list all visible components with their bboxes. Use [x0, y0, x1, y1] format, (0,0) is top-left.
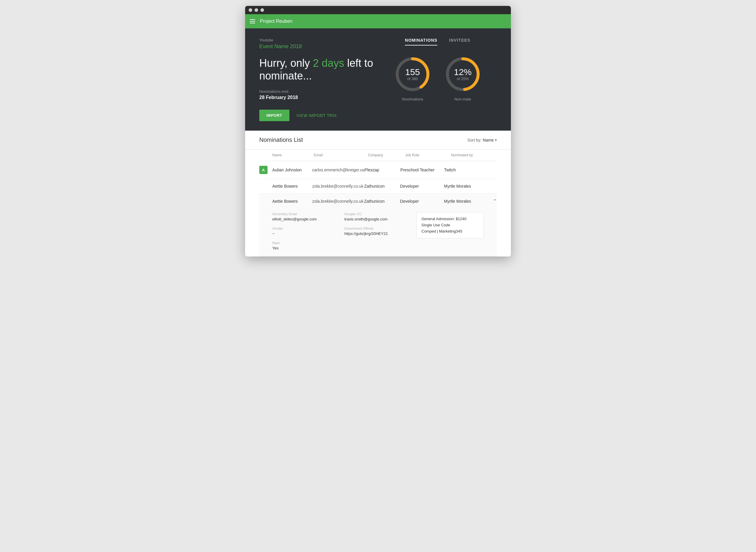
- event-name: Event Name 2018: [259, 43, 379, 50]
- title-bar: [245, 6, 511, 14]
- nav-title: Project Reuben: [260, 19, 293, 24]
- col-nominated-by: Nominated by: [451, 153, 497, 157]
- sort-value: Name: [483, 138, 494, 142]
- ticket-code: Single Use Code: [421, 222, 479, 229]
- list-title: Nominations List: [259, 137, 303, 143]
- col-company: Company: [368, 153, 405, 157]
- hero-left: Youtube Event Name 2018 Hurry, only 2 da…: [259, 38, 379, 121]
- table-row[interactable]: Aettie Bowers zola.brekke@connelly.co.uk…: [259, 179, 497, 193]
- race-field: Race Yes: [272, 241, 340, 250]
- cell-email: carlos.emmerich@kreiger.us: [312, 167, 365, 172]
- cell-company: Zathunicon: [364, 199, 400, 203]
- sort-chevron-icon: ▾: [495, 138, 497, 142]
- table-header: Name Email Company Job Role Nominated by: [272, 149, 497, 161]
- view-import-trix-link[interactable]: VIEW IMPORT TRIX: [297, 113, 337, 118]
- nominations-table: Name Email Company Job Role Nominated by…: [245, 149, 511, 257]
- charts: 155 of 380 Nominations: [393, 55, 482, 101]
- secondary-email-field: Secondary Email elliott_skiles@google.co…: [272, 212, 340, 221]
- col-name: Name: [272, 153, 314, 157]
- row-main: Aettie Bowers zola.brekke@connelly.co.uk…: [259, 193, 497, 209]
- list-section: Nominations List Sort by: Name ▾ Name Em…: [245, 131, 511, 257]
- table-row[interactable]: Aettie Bowers zola.brekke@connelly.co.uk…: [259, 193, 497, 257]
- cell-name: Aettie Bowers: [272, 184, 312, 188]
- nonmale-sub-number: of 25%: [454, 77, 471, 81]
- nominations-sub-number: of 380: [405, 77, 420, 81]
- googler-cc-value: travis.smith@google.com: [344, 217, 412, 221]
- sort-label: Sort by:: [467, 138, 482, 142]
- avatar-cell: A: [259, 166, 272, 174]
- nominations-chart-label: Nominations: [402, 97, 423, 101]
- ticket-promo: Comped | Marketing345: [421, 229, 479, 235]
- import-button[interactable]: IMPORT: [259, 110, 290, 121]
- cell-job-role: Developer: [400, 199, 444, 203]
- nominations-main-number: 155: [405, 68, 420, 77]
- cell-name: Aettie Bowers: [272, 199, 312, 203]
- nav-bar: Project Reuben: [245, 14, 511, 28]
- row-details: Secondary Email elliott_skiles@google.co…: [259, 209, 497, 256]
- cell-email: zola.brekke@connelly.co.uk: [312, 184, 364, 188]
- nonmale-donut: 12% of 25%: [443, 55, 482, 93]
- government-official-field: Government Official: https://guts/jkrg/2…: [344, 227, 412, 236]
- cell-nominated-by: Myrtle Morales: [444, 199, 488, 203]
- traffic-light-maximize[interactable]: [260, 8, 264, 12]
- gender-label: Gender: [272, 227, 340, 230]
- hero-actions: IMPORT VIEW IMPORT TRIX: [259, 110, 379, 121]
- hamburger-menu[interactable]: [250, 19, 255, 23]
- cell-name: Aulian Johnston: [272, 167, 312, 172]
- nonmale-chart-label: Non-male: [454, 97, 471, 101]
- tabs: NOMINATIONS INVITEES: [379, 38, 497, 45]
- cell-job-role: Developer: [400, 184, 444, 188]
- nominations-donut: 155 of 380: [393, 55, 432, 93]
- row-main: Aettie Bowers zola.brekke@connelly.co.uk…: [259, 179, 497, 193]
- googler-cc-label: Googler CC:: [344, 212, 412, 216]
- hero-headline: Hurry, only 2 days left to nominate...: [259, 57, 379, 82]
- traffic-light-minimize[interactable]: [254, 8, 258, 12]
- ticket-box: General Admission: $1240 Single Use Code…: [416, 212, 484, 238]
- nominations-end-label: Nominations end:: [259, 89, 379, 94]
- tab-invitees[interactable]: INVITEES: [449, 38, 470, 45]
- cell-nominated-by: Myrtle Morales: [444, 184, 488, 188]
- googler-cc-field: Googler CC: travis.smith@google.com: [344, 212, 412, 221]
- event-source: Youtube: [259, 38, 379, 42]
- row-main: A Aulian Johnston carlos.emmerich@kreige…: [259, 161, 497, 179]
- cell-company: Plexzap: [364, 167, 400, 172]
- headline-prefix: Hurry, only: [259, 57, 313, 69]
- nonmale-main-number: 12%: [454, 68, 471, 77]
- traffic-light-close[interactable]: [249, 8, 252, 12]
- nonmale-donut-center: 12% of 25%: [454, 68, 471, 81]
- government-official-value: https://guts/jkrg/20HEY21: [344, 231, 412, 236]
- gender-field: Gender ~: [272, 227, 340, 236]
- cell-job-role: Preschool Teacher: [400, 167, 444, 172]
- table-row[interactable]: A Aulian Johnston carlos.emmerich@kreige…: [259, 161, 497, 179]
- headline-highlight: 2 days: [313, 57, 344, 69]
- nominations-chart-item: 155 of 380 Nominations: [393, 55, 432, 101]
- sort-control[interactable]: Sort by: Name ▾: [467, 138, 497, 142]
- col-email: Email: [314, 153, 368, 157]
- cell-company: Zathunicon: [364, 184, 400, 188]
- race-label: Race: [272, 241, 340, 245]
- hero-section: Youtube Event Name 2018 Hurry, only 2 da…: [245, 28, 511, 131]
- ticket-name: General Admission: $1240: [421, 216, 479, 222]
- government-official-label: Government Official:: [344, 227, 412, 230]
- nominations-donut-center: 155 of 380: [405, 68, 420, 81]
- col-job-role: Job Role: [405, 153, 451, 157]
- avatar: A: [259, 166, 267, 174]
- collapse-icon[interactable]: ⌃: [488, 198, 497, 204]
- hero-right: NOMINATIONS INVITEES 155: [379, 38, 497, 101]
- race-value: Yes: [272, 246, 340, 250]
- cell-email: zola.brekke@connelly.co.uk: [312, 199, 364, 203]
- gender-value: ~: [272, 231, 340, 236]
- nonmale-chart-item: 12% of 25% Non-male: [443, 55, 482, 101]
- app-window: Project Reuben Youtube Event Name 2018 H…: [245, 6, 511, 257]
- secondary-email-value: elliott_skiles@google.com: [272, 217, 340, 221]
- secondary-email-label: Secondary Email: [272, 212, 340, 216]
- tab-nominations[interactable]: NOMINATIONS: [405, 38, 437, 45]
- nominations-end-date: 28 February 2018: [259, 95, 379, 100]
- cell-nominated-by: Twitch: [444, 167, 488, 172]
- list-header: Nominations List Sort by: Name ▾: [245, 131, 511, 149]
